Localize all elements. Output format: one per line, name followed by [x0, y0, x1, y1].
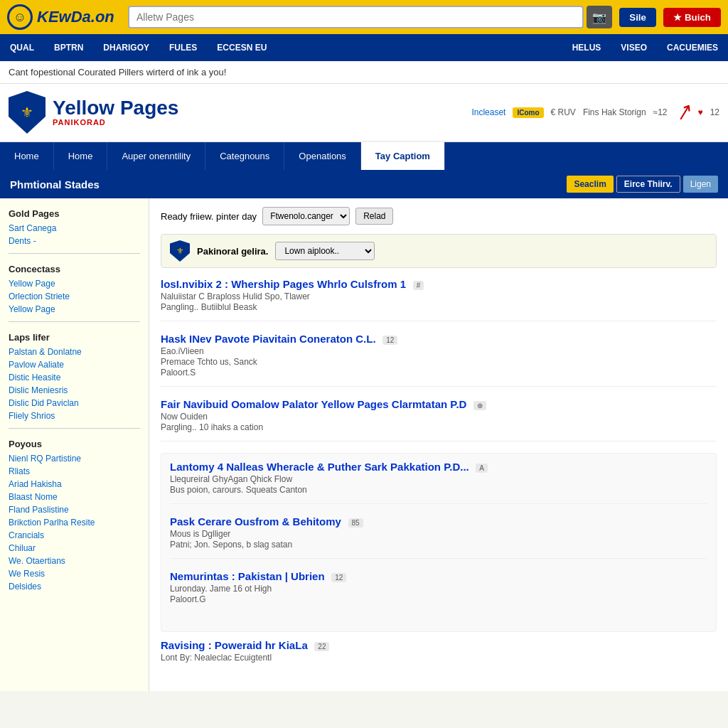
sidebar-link-chiluar[interactable]: Chiluar	[9, 543, 140, 553]
camera-button[interactable]: 📷	[587, 6, 612, 28]
result-sub1-5: Luronday. Jame 16 ot High	[170, 584, 707, 594]
result-sub2-4: Patni; Jon. Sepons, b slag satan	[170, 540, 707, 550]
nav-helus[interactable]: HELUS	[569, 37, 604, 58]
yp-subtitle: PANIKORAD	[53, 118, 178, 127]
result-sub2-3: Bus poion, carours. Squeats Canton	[170, 485, 707, 495]
sidebar-link-crancials[interactable]: Crancials	[9, 530, 140, 540]
nav-viseo[interactable]: VISEO	[618, 37, 650, 58]
filter-select[interactable]: Ftwenolo.canger	[262, 207, 350, 225]
tab-tay[interactable]: Tay Captiom	[361, 142, 445, 170]
nav-cacuemies[interactable]: CACUEMIES	[664, 37, 721, 58]
search-input[interactable]	[128, 6, 584, 28]
sidebar-link-delsides[interactable]: Delsides	[9, 582, 140, 592]
result-item-2: Fair Navibuid Oomalow Palator Yellow Pag…	[161, 398, 717, 441]
tab-home1[interactable]: Home	[0, 142, 54, 170]
result-badge-0: #	[413, 281, 424, 290]
logo-text: KEwDa.on	[37, 8, 114, 26]
sidebar-link-sart-canega[interactable]: Sart Canega	[9, 223, 140, 233]
nav-bar: QUAL BPTRN DHARIGOY FULES ECCESN EU HELU…	[0, 34, 728, 61]
sidebar-section-gold-pages: Gold Pages	[9, 208, 140, 219]
sidebar-link-rliats[interactable]: Rliats	[9, 466, 140, 476]
nav-bptrn[interactable]: BPTRN	[51, 37, 86, 58]
nav-qual[interactable]: QUAL	[7, 37, 37, 58]
icomo-badge: IComo	[513, 107, 543, 118]
sidebar-link-yellow-page-2[interactable]: Yellow Page	[9, 304, 140, 314]
result-sub2-0: Pangling.. Butiiblul Beask	[161, 302, 717, 312]
result-title-1[interactable]: Hask INev Pavote Piavitain Coneraton C.L…	[161, 333, 376, 345]
result-sub2-2: Pargling.. 10 ihaks a cation	[161, 422, 717, 432]
fins-text: Fins Hak Storign	[583, 107, 646, 117]
sidebar-link-nienl[interactable]: Nienl RQ Partistine	[9, 454, 140, 464]
result-title-0[interactable]: losI.nvibix 2 : Whership Pages Whrlo Cul…	[161, 278, 406, 290]
result-group: Lantomy 4 Nalleas Wheracle & Puther Sark…	[161, 453, 717, 632]
location-name: Pakinoral gelira.	[197, 246, 268, 257]
result-title-5[interactable]: Nemurintas : Pakistan | Ubrien	[170, 570, 325, 582]
sidebar-link-ariad[interactable]: Ariad Hakisha	[9, 479, 140, 489]
result-item-4: Pask Cerare Ousfrom & Behitomy 85 Mous i…	[170, 515, 707, 559]
result-sub1-2: Now Ouiden	[161, 412, 717, 422]
result-badge-5: 12	[331, 573, 346, 582]
nav-eccesn[interactable]: ECCESN EU	[214, 37, 269, 58]
search-area: 📷	[128, 6, 612, 28]
sidebar-link-yellow-page-1[interactable]: Yellow Page	[9, 279, 140, 289]
location-shield-icon: ⚜	[170, 240, 190, 262]
location-select[interactable]: Lown aiplook..	[275, 242, 375, 260]
result-sub1-0: Naluiistar C Braploss Hulid Spo, Tlawer	[161, 291, 717, 301]
sidebar-link-fland[interactable]: Fland Paslistine	[9, 505, 140, 515]
nav-dharigoy[interactable]: DHARIGOY	[100, 37, 152, 58]
result-sub1-4: Mous is Dglliger	[170, 529, 707, 539]
eirce-btn[interactable]: Eirce Thiirv.	[616, 176, 680, 193]
result-title-4[interactable]: Pask Cerare Ousfrom & Behitomy	[170, 515, 341, 528]
sidebar-link-dents[interactable]: Dents -	[9, 236, 140, 246]
tab-home2[interactable]: Home	[54, 142, 108, 170]
tab-auper[interactable]: Auper onenntility	[107, 142, 205, 170]
logo-area: ☺ KEwDa.on	[7, 4, 121, 30]
result-badge-4: 85	[348, 518, 363, 528]
sidebar-link-palstan[interactable]: Palstan & Donlatne	[9, 347, 140, 357]
result-sub2-5: Paloort.G	[170, 594, 707, 604]
sidebar-link-pavlow[interactable]: Pavlow Aaliate	[9, 360, 140, 370]
sidebar-link-distic-heasite[interactable]: Distic Heasite	[9, 373, 140, 382]
section-buttons: Seaclim Eirce Thiirv. Ligen	[567, 176, 718, 193]
top-header: ☺ KEwDa.on 📷 Sile ★ Buich	[0, 0, 728, 34]
nav-fules[interactable]: FULES	[166, 37, 200, 58]
yp-title: Yellow Pages	[53, 98, 178, 118]
yp-logo-area: ⚜ Yellow Pages PANIKORAD	[9, 91, 178, 134]
sidebar-link-fliely[interactable]: Fliely Shrios	[9, 411, 140, 421]
ligen-btn[interactable]: Ligen	[683, 176, 718, 193]
section-title: Phmtional Stades	[10, 178, 100, 191]
nav-right: HELUS VISEO CACUEMIES	[569, 37, 721, 58]
sidebar-link-brikction[interactable]: Brikction Parlha Resite	[9, 518, 140, 528]
heart-icon[interactable]: ♥	[698, 107, 703, 117]
sidebar: Gold Pages Sart Canega Dents - Concectas…	[0, 198, 149, 691]
tab-openations[interactable]: Openations	[284, 142, 361, 170]
tab-categnouns[interactable]: Categnouns	[205, 142, 284, 170]
sidebar-link-we-otaertians[interactable]: We. Otaertians	[9, 556, 140, 566]
yp-shield-icon: ⚜	[9, 91, 46, 134]
result-badge-2: ⊕	[473, 401, 486, 410]
star-icon: ★	[673, 12, 682, 23]
site-button[interactable]: Sile	[619, 8, 656, 27]
sidebar-link-we-resis[interactable]: We Resis	[9, 569, 140, 579]
result-sub1-3: Llequreiral GhyAgan Qhick Flow	[170, 474, 707, 484]
main-layout: Gold Pages Sart Canega Dents - Concectas…	[0, 198, 728, 691]
arrow-icon: ↗	[671, 99, 695, 127]
result-sub1-6: Lont By: Nealeclac Ecuigtentl	[161, 653, 717, 663]
result-sub1-1: Eao.iVlieen	[161, 346, 717, 356]
sidebar-link-blaast[interactable]: Blaast Nome	[9, 492, 140, 502]
result-title-6[interactable]: Ravising : Poweraid hr KiaLa	[161, 639, 308, 651]
incleaset-link[interactable]: Incleaset	[471, 107, 505, 117]
sidebar-link-orlection[interactable]: Orlection Striete	[9, 291, 140, 301]
result-item-5: Nemurintas : Pakistan | Ubrien 12 Lurond…	[170, 570, 707, 613]
sidebar-link-dislic-meniesris[interactable]: Dislic Meniesris	[9, 385, 140, 395]
logo-icon: ☺	[7, 4, 33, 30]
result-title-2[interactable]: Fair Navibuid Oomalow Palator Yellow Pag…	[161, 398, 466, 410]
bunch-button[interactable]: ★ Buich	[663, 8, 721, 27]
sidebar-section-poyous: Poyous	[9, 439, 140, 449]
result-item-0: losI.nvibix 2 : Whership Pages Whrlo Cul…	[161, 278, 717, 321]
relad-button[interactable]: Relad	[355, 208, 393, 225]
seaclim-btn[interactable]: Seaclim	[567, 176, 613, 193]
sidebar-link-dislic-did[interactable]: Dislic Did Paviclan	[9, 398, 140, 408]
result-title-3[interactable]: Lantomy 4 Nalleas Wheracle & Puther Sark…	[170, 461, 469, 473]
result-item-3: Lantomy 4 Nalleas Wheracle & Puther Sark…	[170, 461, 707, 504]
